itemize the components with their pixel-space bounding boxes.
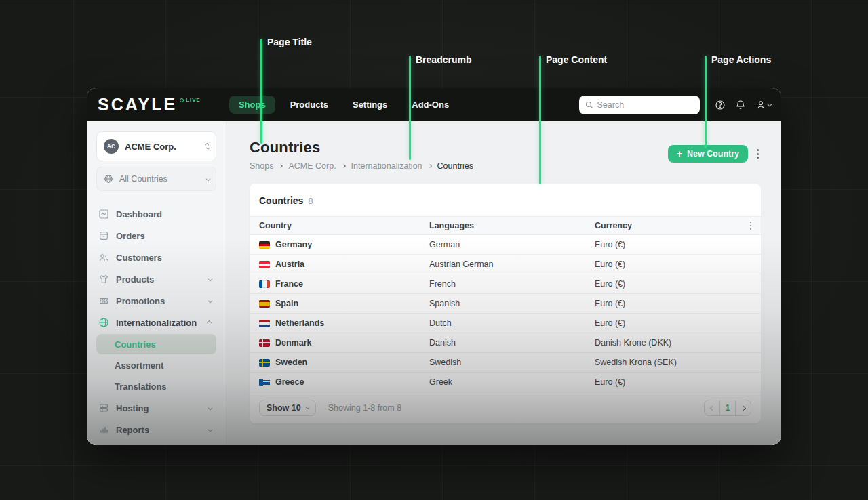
sidebar-item-label: Promotions [116, 296, 201, 306]
sidebar-item-promotions[interactable]: Promotions [96, 290, 216, 312]
currency-cell: Danish Krone (DKK) [595, 338, 741, 348]
flag-sweden-icon [259, 359, 270, 367]
table-row-sweden[interactable]: Sweden Swedish Swedish Krona (SEK) [250, 353, 761, 373]
org-switcher[interactable]: AC ACME Corp. [96, 131, 216, 161]
sidebar-item-assortment[interactable]: Assortment [96, 355, 216, 375]
global-search[interactable] [579, 96, 700, 114]
previous-page-button[interactable] [704, 400, 720, 416]
country-name: Germany [275, 240, 312, 249]
annotation-label: Page Title [267, 37, 312, 47]
page-header: Countries Shops ACME Corp. International… [250, 139, 761, 171]
table-row-germany[interactable]: Germany German Euro (€) [250, 235, 761, 255]
sidebar-item-customers[interactable]: Customers [96, 247, 216, 268]
table-row-denmark[interactable]: Denmark Danish Danish Krone (DKK) [250, 333, 761, 353]
help-icon[interactable] [715, 100, 726, 110]
page-number-button[interactable]: 1 [719, 400, 736, 416]
logo-text: SCAYLE [98, 96, 177, 113]
table-footer: Show 10 Showing 1-8 from 8 1 [250, 392, 761, 423]
nav-item-settings[interactable]: Settings [343, 96, 397, 114]
language-cell: Spanish [429, 299, 595, 308]
search-input[interactable] [597, 100, 694, 110]
chevron-down-icon [306, 405, 310, 409]
nav-item-products[interactable]: Products [281, 96, 338, 114]
page-size-label: Show 10 [267, 403, 301, 413]
page-size-select[interactable]: Show 10 [259, 400, 316, 416]
live-badge-label: LIVE [186, 97, 201, 103]
next-page-button[interactable] [735, 400, 751, 416]
navbar-right [579, 96, 771, 114]
main-nav: Shops Products Settings Add-Ons [229, 96, 458, 114]
flag-spain-icon [259, 300, 270, 308]
dashboard-icon [98, 209, 109, 220]
breadcrumb-item-internationalization[interactable]: Internationalization [351, 161, 422, 171]
language-cell: Austrian German [429, 259, 595, 269]
sidebar-item-countries[interactable]: Countries [96, 334, 216, 354]
sidebar-item-label: Internationalization [116, 318, 201, 328]
sidebar-item-internationalization[interactable]: Internationalization [96, 312, 216, 333]
language-cell: Danish [429, 338, 595, 348]
table-options-kebab-icon[interactable] [748, 220, 754, 232]
chevron-down-icon [208, 405, 212, 409]
flag-netherlands-icon [259, 320, 270, 327]
live-dot-icon [180, 98, 184, 102]
new-country-button[interactable]: + New Country [668, 145, 748, 163]
page-actions-kebab-icon[interactable] [755, 147, 761, 161]
language-cell: French [429, 279, 595, 289]
column-header-languages[interactable]: Languages [429, 221, 595, 230]
sidebar-item-hosting[interactable]: Hosting [96, 397, 216, 419]
breadcrumb-item-shops[interactable]: Shops [250, 161, 273, 171]
notifications-bell-icon[interactable] [735, 100, 746, 110]
page-actions: + New Country [668, 145, 761, 163]
org-avatar: AC [104, 139, 119, 154]
sidebar-item-dashboard[interactable]: Dashboard [96, 203, 216, 225]
chevron-right-icon [741, 405, 745, 410]
country-scope-selector[interactable]: All Countries [96, 167, 216, 191]
country-name: Austria [275, 259, 304, 269]
tshirt-icon [98, 274, 109, 285]
column-header-country[interactable]: Country [259, 221, 429, 230]
ticket-icon [98, 295, 109, 306]
app-body: AC ACME Corp. All Countries Dashboard [87, 121, 781, 445]
plus-icon: + [677, 149, 682, 159]
annotation-label: Page Content [546, 54, 607, 65]
table-row-greece[interactable]: Greece Greek Euro (€) [250, 373, 761, 392]
currency-cell: Euro (€) [595, 318, 741, 328]
language-cell: German [429, 240, 595, 249]
user-menu[interactable] [755, 100, 771, 110]
breadcrumb-item-acme-corp[interactable]: ACME Corp. [288, 161, 336, 171]
table-row-spain[interactable]: Spain Spanish Euro (€) [250, 294, 761, 314]
table-header-row: Country Languages Currency [250, 216, 761, 235]
language-cell: Swedish [429, 358, 595, 367]
country-name: Greece [275, 377, 304, 387]
breadcrumb-separator-icon [428, 164, 432, 168]
annotation-label: Page Actions [711, 54, 771, 65]
sidebar-item-orders[interactable]: Orders [96, 225, 216, 247]
main-content: Countries Shops ACME Corp. International… [226, 121, 781, 445]
sidebar-item-products[interactable]: Products [96, 268, 216, 290]
nav-item-shops[interactable]: Shops [229, 96, 275, 114]
flag-denmark-icon [259, 339, 270, 347]
page-heading-block: Countries Shops ACME Corp. International… [250, 139, 473, 171]
top-navbar: SCAYLE LIVE Shops Products Settings Add-… [87, 88, 781, 121]
breadcrumb-separator-icon [279, 164, 283, 168]
nav-item-addons[interactable]: Add-Ons [402, 96, 458, 114]
org-name: ACME Corp. [125, 142, 200, 152]
breadcrumb: Shops ACME Corp. Internationalization Co… [250, 161, 473, 171]
table-row-netherlands[interactable]: Netherlands Dutch Euro (€) [250, 314, 761, 333]
language-cell: Dutch [429, 318, 595, 328]
sidebar-item-reports[interactable]: Reports [96, 419, 216, 440]
country-scope-label: All Countries [119, 174, 200, 184]
column-header-currency[interactable]: Currency [595, 221, 741, 230]
pagination: 1 [704, 400, 751, 416]
table-row-france[interactable]: France French Euro (€) [250, 274, 761, 294]
scayle-logo[interactable]: SCAYLE LIVE [98, 96, 201, 113]
sidebar-item-translations[interactable]: Translations [96, 376, 216, 396]
card-header: Countries 8 [250, 184, 761, 216]
page-title: Countries [250, 139, 473, 157]
results-summary: Showing 1-8 from 8 [328, 403, 401, 413]
bar-chart-icon [98, 424, 109, 435]
currency-cell: Euro (€) [595, 240, 741, 249]
table-row-austria[interactable]: Austria Austrian German Euro (€) [250, 255, 761, 274]
card-title: Countries [259, 195, 303, 206]
flag-germany-icon [259, 241, 270, 249]
